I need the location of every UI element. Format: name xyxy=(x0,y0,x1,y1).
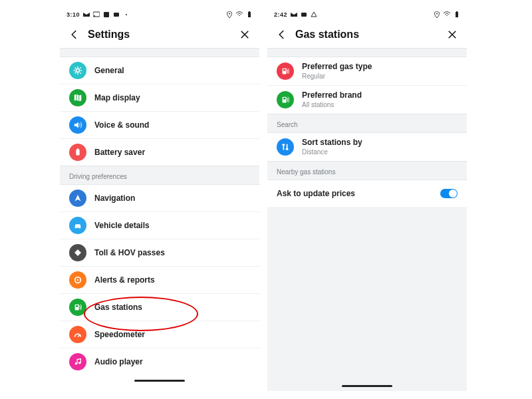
row-label: Toll & HOV passes xyxy=(94,248,250,258)
empty-area xyxy=(267,207,467,380)
list-item[interactable]: Preferred gas typeRegular xyxy=(267,57,467,85)
battery-icon xyxy=(69,144,86,161)
dot-icon xyxy=(123,11,130,18)
settings-list-general: GeneralMap displayVoice & soundBattery s… xyxy=(60,57,259,166)
battery-icon xyxy=(246,11,253,18)
back-button[interactable] xyxy=(273,25,291,44)
app-bar: Gas stations xyxy=(267,21,467,48)
list-item[interactable]: Toll & HOV passes xyxy=(60,239,259,266)
toggle-switch[interactable] xyxy=(440,189,458,198)
svg-point-21 xyxy=(436,13,438,15)
svg-rect-2 xyxy=(104,12,109,17)
ask-update-prices-row[interactable]: Ask to update prices xyxy=(267,180,467,207)
row-subtitle: Distance xyxy=(302,148,458,156)
svg-rect-6 xyxy=(248,12,251,17)
status-clock: 3:10 xyxy=(66,11,80,18)
settings-list-driving: NavigationVehicle detailsToll & HOV pass… xyxy=(60,185,259,375)
section-header-search: Search xyxy=(267,114,467,133)
list-item[interactable]: Battery saver xyxy=(60,138,259,166)
svg-point-4 xyxy=(126,14,127,15)
svg-rect-3 xyxy=(114,13,119,17)
row-label: Voice & sound xyxy=(94,120,250,130)
svg-rect-9 xyxy=(76,150,79,156)
music-icon xyxy=(69,353,86,370)
phone-settings: 3:10 Settings GeneralM xyxy=(60,8,259,391)
wifi-icon xyxy=(236,11,243,18)
sort-icon xyxy=(277,138,294,156)
svg-point-8 xyxy=(76,68,79,72)
list-item[interactable]: General xyxy=(60,57,259,84)
svg-point-1 xyxy=(94,15,95,17)
close-button[interactable] xyxy=(235,25,254,44)
row-label: Battery saver xyxy=(94,148,250,158)
wifi-icon xyxy=(444,11,450,18)
row-subtitle: All stations xyxy=(302,100,458,109)
list-item[interactable]: Preferred brandAll stations xyxy=(267,85,467,114)
location-pin-icon xyxy=(434,11,440,18)
svg-point-12 xyxy=(79,227,80,228)
close-button[interactable] xyxy=(443,25,462,44)
phone-gas-stations: 2:42 Gas stations Preferred gas typeRegu… xyxy=(267,8,467,391)
cast-icon xyxy=(93,11,100,18)
page-title: Gas stations xyxy=(295,29,443,41)
square-icon xyxy=(113,11,120,18)
row-label: Navigation xyxy=(94,194,250,203)
row-label: Vehicle details xyxy=(94,221,250,231)
canvas: 3:10 Settings GeneralM xyxy=(0,0,532,399)
map-icon xyxy=(69,89,86,106)
car-icon xyxy=(69,217,86,234)
gas-nearby-list: Ask to update prices xyxy=(267,180,467,207)
section-divider xyxy=(267,48,467,57)
pump-icon xyxy=(277,63,294,80)
app-icon xyxy=(103,11,110,18)
row-label: Ask to update prices xyxy=(277,189,440,199)
svg-point-15 xyxy=(77,279,79,281)
row-label: Alerts & reports xyxy=(94,275,250,285)
status-bar: 3:10 xyxy=(60,8,259,21)
diamond-icon xyxy=(69,244,86,261)
square-icon xyxy=(301,11,307,18)
gmail-icon xyxy=(291,11,297,18)
warn-icon xyxy=(311,11,317,18)
nav-handle[interactable] xyxy=(267,380,467,391)
row-label: Preferred brand xyxy=(302,90,458,100)
row-label: Speedometer xyxy=(94,330,250,340)
svg-rect-23 xyxy=(456,11,458,12)
section-header-nearby: Nearby gas stations xyxy=(267,161,467,180)
svg-point-11 xyxy=(75,227,76,228)
pump-icon xyxy=(69,299,86,316)
list-item[interactable]: Alerts & reports xyxy=(60,266,259,293)
back-button[interactable] xyxy=(65,25,84,44)
list-item[interactable]: Map display xyxy=(60,84,259,111)
svg-rect-22 xyxy=(456,12,458,17)
list-item[interactable]: Sort stations byDistance xyxy=(267,133,467,161)
row-label: General xyxy=(94,66,250,76)
gear-icon xyxy=(69,62,86,79)
nav-icon xyxy=(69,190,86,207)
svg-rect-27 xyxy=(283,98,286,100)
list-item[interactable]: Vehicle details xyxy=(60,211,259,239)
list-item[interactable]: Navigation xyxy=(60,185,259,211)
row-label: Audio player xyxy=(94,357,250,367)
svg-point-5 xyxy=(229,13,230,15)
status-bar: 2:42 xyxy=(267,8,467,21)
section-divider xyxy=(60,48,259,57)
battery-icon xyxy=(454,11,460,18)
svg-rect-10 xyxy=(77,148,79,150)
pump-icon xyxy=(277,91,294,108)
list-item[interactable]: Speedometer xyxy=(60,321,259,348)
row-label: Sort stations by xyxy=(302,138,458,148)
speed-icon xyxy=(69,326,86,343)
list-item[interactable]: Audio player xyxy=(60,348,259,375)
row-subtitle: Regular xyxy=(302,72,458,80)
list-item[interactable]: Gas stations xyxy=(60,293,259,321)
list-item[interactable]: Voice & sound xyxy=(60,111,259,138)
app-bar: Settings xyxy=(60,21,259,48)
svg-rect-13 xyxy=(74,249,81,256)
svg-rect-20 xyxy=(301,13,307,17)
svg-rect-7 xyxy=(249,11,250,12)
row-label: Map display xyxy=(94,93,250,103)
speaker-icon xyxy=(69,116,86,134)
gmail-icon xyxy=(83,11,90,18)
nav-handle[interactable] xyxy=(60,375,259,386)
